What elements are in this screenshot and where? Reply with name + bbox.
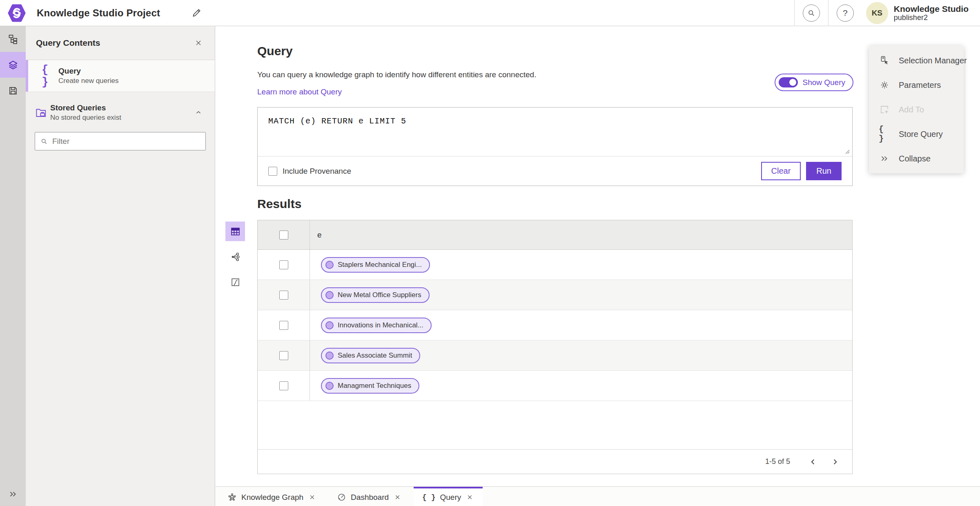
close-icon — [194, 39, 203, 47]
collapse-menu-button[interactable]: Collapse — [869, 146, 964, 171]
row-checkbox[interactable] — [279, 291, 288, 300]
row-checkbox[interactable] — [279, 381, 288, 390]
entity-pill[interactable]: New Metal Office Suppliers — [321, 287, 430, 303]
run-button[interactable]: Run — [806, 162, 842, 180]
tab-query[interactable]: { } Query — [414, 487, 483, 506]
avatar[interactable]: KS — [866, 2, 888, 24]
parameters-button[interactable]: Parameters — [869, 73, 964, 97]
header-actions: ? KS Knowledge Studio publisher2 — [794, 0, 980, 26]
help-button[interactable]: ? — [837, 4, 854, 22]
app-logo-icon[interactable] — [7, 4, 26, 22]
map-view-button[interactable] — [225, 272, 245, 292]
row-checkbox[interactable] — [279, 260, 288, 269]
close-tab-icon[interactable] — [466, 493, 474, 502]
pencil-icon — [191, 8, 202, 18]
previous-page-button[interactable] — [805, 454, 821, 470]
entity-label: Innovations in Mechanical... — [338, 321, 423, 329]
sidebar-item-query[interactable]: { } Query Create new queries — [26, 60, 215, 92]
table-empty-area — [258, 401, 852, 449]
query-contents-panel: Query Contents { } Query Create new quer… — [26, 26, 215, 506]
collapse-section-button[interactable] — [193, 107, 204, 118]
table-view-icon — [230, 226, 241, 237]
selection-manager-button[interactable]: Selection Manager — [869, 48, 964, 73]
help-icon: ? — [843, 8, 848, 18]
sidebar-item-stored-queries[interactable]: Stored Queries No stored queries exist — [26, 97, 215, 128]
user-name: Knowledge Studio — [894, 4, 969, 14]
save-icon — [8, 85, 18, 96]
knowledge-graph-icon — [227, 493, 237, 502]
entity-label: Managment Techniques — [338, 382, 411, 390]
data-model-icon — [7, 34, 18, 45]
entity-dot-icon — [325, 261, 334, 269]
query-view: Query You can query a knowledge graph to… — [216, 26, 980, 486]
link-chart-view-icon — [230, 251, 241, 262]
page-title: Query — [257, 44, 293, 58]
stored-queries-folder-icon — [35, 106, 47, 119]
selected-indicator — [26, 60, 28, 92]
row-checkbox[interactable] — [279, 321, 288, 330]
learn-more-link[interactable]: Learn more about Query — [257, 87, 342, 96]
select-all-checkbox[interactable] — [279, 231, 288, 240]
show-query-toggle[interactable]: Show Query — [775, 74, 853, 91]
map-view-icon — [230, 277, 241, 288]
query-text[interactable]: MATCH (e) RETURN e LIMIT 5 — [268, 116, 842, 126]
entity-label: Staplers Mechanical Engi... — [338, 261, 422, 269]
app-header: Knowledge Studio Project ? KS — [0, 0, 980, 26]
dashboard-gauge-icon — [337, 493, 346, 502]
entity-pill[interactable]: Managment Techniques — [321, 378, 419, 394]
rail-layers-button[interactable] — [0, 52, 26, 78]
bottom-tab-bar: Knowledge Graph Dashboard { } Query — [216, 486, 980, 506]
filter-input[interactable] — [52, 137, 200, 146]
filter-field — [35, 132, 206, 150]
close-tab-icon[interactable] — [308, 493, 316, 502]
query-item-title: Query — [58, 67, 118, 76]
include-provenance-checkbox[interactable] — [268, 167, 277, 176]
contents-panel-header: Query Contents — [26, 26, 215, 60]
braces-icon: { } — [879, 125, 890, 143]
column-header-e: e — [317, 231, 322, 240]
contents-panel-title: Query Contents — [36, 38, 100, 48]
close-panel-button[interactable] — [192, 36, 205, 49]
stored-queries-subtitle: No stored queries exist — [50, 114, 121, 122]
clear-button[interactable]: Clear — [761, 162, 801, 180]
table-pagination: 1-5 of 5 — [258, 449, 852, 474]
edit-title-button[interactable] — [189, 5, 204, 21]
stored-queries-title: Stored Queries — [50, 103, 121, 112]
rail-expand-button[interactable] — [0, 482, 26, 506]
chevron-right-icon — [831, 457, 840, 466]
query-code-area[interactable]: MATCH (e) RETURN e LIMIT 5 — [258, 107, 852, 157]
table-header-row: e — [258, 220, 852, 250]
table-view-button[interactable] — [225, 222, 245, 241]
toggle-switch-on — [779, 77, 798, 87]
user-info[interactable]: Knowledge Studio publisher2 — [894, 4, 969, 22]
rail-data-model-button[interactable] — [0, 26, 26, 52]
chevron-left-icon — [808, 457, 817, 466]
link-chart-view-button[interactable] — [225, 247, 245, 266]
tab-dashboard[interactable]: Dashboard — [328, 487, 410, 506]
entity-pill[interactable]: Sales Associate Summit — [321, 348, 420, 363]
table-row: New Metal Office Suppliers — [258, 280, 852, 310]
close-tab-icon[interactable] — [393, 493, 402, 502]
resize-handle[interactable] — [845, 149, 850, 154]
rail-save-button[interactable] — [0, 78, 26, 103]
pagination-range: 1-5 of 5 — [765, 457, 790, 466]
gear-icon — [879, 80, 890, 90]
toggle-knob — [789, 78, 797, 86]
entity-pill[interactable]: Innovations in Mechanical... — [321, 318, 432, 333]
table-row: Innovations in Mechanical... — [258, 310, 852, 340]
results-title: Results — [257, 197, 301, 211]
include-provenance-label[interactable]: Include Provenance — [283, 167, 351, 176]
tab-knowledge-graph[interactable]: Knowledge Graph — [219, 487, 325, 506]
entity-pill[interactable]: Staplers Mechanical Engi... — [321, 257, 430, 273]
search-button[interactable] — [803, 4, 820, 22]
next-page-button[interactable] — [827, 454, 843, 470]
entity-label: Sales Associate Summit — [338, 352, 412, 360]
show-query-label: Show Query — [802, 78, 845, 87]
row-checkbox[interactable] — [279, 351, 288, 360]
selection-manager-icon — [879, 55, 890, 66]
user-role: publisher2 — [894, 13, 969, 22]
table-row: Managment Techniques — [258, 371, 852, 401]
entity-dot-icon — [325, 352, 334, 360]
store-query-button[interactable]: { } Store Query — [869, 122, 964, 146]
query-item-subtitle: Create new queries — [58, 77, 118, 85]
